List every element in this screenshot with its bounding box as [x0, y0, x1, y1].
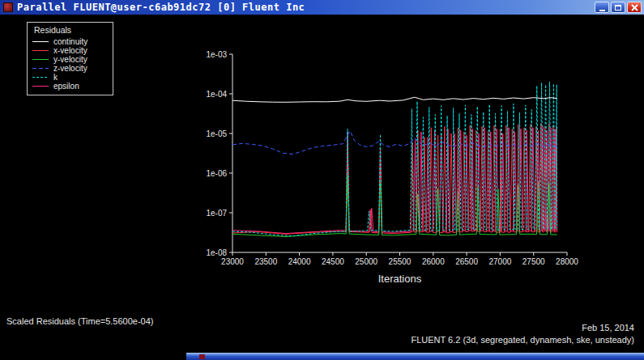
legend-title: Residuals: [34, 25, 107, 35]
status-caption: Scaled Residuals (Time=5.5600e-04): [6, 316, 154, 326]
legend-entry: continuity: [32, 37, 107, 46]
legend-label: x-velocity: [53, 46, 87, 55]
close-icon: [631, 4, 638, 11]
window-title: Parallel FLUENT@user-c6ab91dc72 [0] Flue…: [17, 2, 595, 13]
y-tick-label: 1e-06: [206, 169, 227, 178]
legend-swatch-continuity: [32, 40, 49, 44]
legend-swatch-z-velocity: [32, 66, 49, 70]
x-tick-label: 28000: [556, 257, 578, 266]
date-label: Feb 15, 2014: [582, 323, 634, 332]
x-tick-label: 27500: [522, 257, 545, 266]
minimize-icon: [599, 10, 605, 11]
minimize-button[interactable]: [595, 2, 609, 13]
series-line-continuity: [232, 97, 557, 102]
x-axis-title: Iterations: [378, 273, 422, 285]
x-tick-label: 24500: [322, 257, 344, 266]
graphics-area: 2300023500240002450025000255002600026500…: [0, 15, 644, 360]
legend-swatch-k: [32, 75, 49, 79]
legend-swatch-epsilon: [32, 84, 49, 88]
legend-box: Residuals continuityx-velocityy-velocity…: [27, 22, 113, 95]
legend-swatch-x-velocity: [32, 49, 49, 53]
x-tick-label: 25500: [389, 257, 412, 266]
window-controls: [595, 2, 642, 13]
x-tick-label: 23500: [254, 257, 277, 266]
fluent-window: { "window": { "title": "Parallel FLUENT@…: [0, 0, 644, 360]
legend-entry: k: [32, 73, 107, 82]
fluent-app-icon: [3, 2, 13, 12]
y-tick-label: 1e-08: [206, 248, 227, 257]
maximize-button[interactable]: [611, 2, 625, 13]
legend-entry: x-velocity: [32, 46, 107, 55]
legend-label: epsilon: [53, 82, 79, 91]
legend-entries: continuityx-velocityy-velocityz-velocity…: [32, 37, 107, 91]
legend-label: y-velocity: [53, 55, 87, 64]
x-tick-label: 26000: [422, 257, 445, 266]
legend-entry: y-velocity: [32, 55, 107, 64]
y-tick-label: 1e-07: [206, 209, 227, 218]
close-button[interactable]: [627, 2, 642, 13]
x-tick-label: 24000: [288, 257, 311, 266]
version-label: FLUENT 6.2 (3d, segregated, dynamesh, sk…: [411, 335, 634, 345]
y-tick-label: 1e-03: [206, 50, 227, 59]
legend-entry: epsilon: [32, 82, 107, 91]
maximize-icon: [615, 5, 621, 11]
y-tick-label: 1e-05: [206, 129, 227, 138]
legend-label: z-velocity: [53, 64, 87, 73]
legend-swatch-y-velocity: [32, 57, 49, 61]
x-tick-label: 23000: [221, 257, 244, 266]
x-tick-label: 27000: [488, 257, 511, 266]
legend-entry: z-velocity: [32, 64, 107, 73]
background-window-titlebar[interactable]: [186, 353, 644, 360]
y-tick-label: 1e-04: [206, 90, 227, 99]
x-tick-label: 26500: [455, 257, 478, 266]
titlebar[interactable]: Parallel FLUENT@user-c6ab91dc72 [0] Flue…: [0, 0, 644, 15]
background-window-icon: [199, 354, 205, 359]
x-tick-label: 25000: [355, 257, 377, 266]
legend-label: continuity: [53, 37, 87, 46]
legend-label: k: [53, 73, 58, 82]
